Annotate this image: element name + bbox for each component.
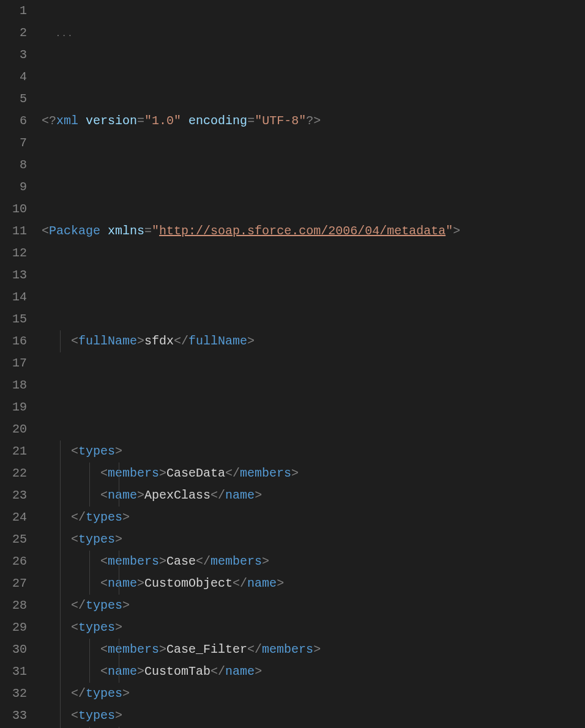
line-number: 26: [0, 551, 27, 573]
code-editor[interactable]: 1 2 3 4 5 6 7 8 9 10 11 12 13 14 15 16 1…: [0, 0, 585, 728]
line-number: 8: [0, 154, 27, 176]
line-number: 28: [0, 595, 27, 617]
line-number: 19: [0, 396, 27, 418]
code-line: <types>: [42, 440, 585, 462]
code-line: <name>CustomObject</name>: [42, 573, 585, 595]
code-line: </types>: [42, 595, 585, 617]
line-number: 30: [0, 639, 27, 661]
line-number: 7: [0, 132, 27, 154]
line-number: 1: [0, 0, 27, 22]
code-line: <types>: [42, 529, 585, 551]
line-number: 18: [0, 374, 27, 396]
line-number: 15: [0, 308, 27, 330]
code-line: <members>Case</members>: [42, 551, 585, 573]
code-line: </types>: [42, 507, 585, 529]
line-number: 27: [0, 573, 27, 595]
line-number: 24: [0, 507, 27, 529]
line-number: 16: [0, 330, 27, 352]
line-number: 23: [0, 485, 27, 507]
line-number: 14: [0, 286, 27, 308]
code-line: <types>: [42, 705, 585, 727]
code-line: <fullName>sfdx</fullName>: [42, 330, 585, 352]
line-number: 5: [0, 88, 27, 110]
line-number: 25: [0, 529, 27, 551]
line-number: 31: [0, 661, 27, 683]
code-line: <types>: [42, 617, 585, 639]
line-number: 6: [0, 110, 27, 132]
line-number: 10: [0, 198, 27, 220]
line-number: 11: [0, 220, 27, 242]
line-number: 2: [0, 22, 27, 44]
line-number: 3: [0, 44, 27, 66]
line-number: 17: [0, 352, 27, 374]
code-content[interactable]: ··· <?xml version="1.0" encoding="UTF-8"…: [42, 0, 585, 728]
line-number: 20: [0, 418, 27, 440]
code-line: <name>ApexClass</name>: [42, 485, 585, 507]
line-number: 29: [0, 617, 27, 639]
line-number-gutter: 1 2 3 4 5 6 7 8 9 10 11 12 13 14 15 16 1…: [0, 0, 42, 728]
line-number: 22: [0, 462, 27, 485]
fold-indicator-icon[interactable]: ···: [56, 34, 73, 39]
code-line: <members>Case_Filter</members>: [42, 639, 585, 661]
line-number: 13: [0, 264, 27, 286]
line-number: 33: [0, 705, 27, 727]
code-line: </types>: [42, 683, 585, 705]
code-line: <Package xmlns="http://soap.sforce.com/2…: [42, 220, 585, 242]
code-line: <?xml version="1.0" encoding="UTF-8"?>: [42, 110, 585, 132]
line-number: 21: [0, 440, 27, 462]
line-number: 9: [0, 176, 27, 198]
code-line: <name>CustomTab</name>: [42, 661, 585, 683]
line-number: 4: [0, 66, 27, 88]
line-number: 32: [0, 683, 27, 705]
code-line: <members>CaseData</members>: [42, 462, 585, 485]
line-number: 12: [0, 242, 27, 264]
